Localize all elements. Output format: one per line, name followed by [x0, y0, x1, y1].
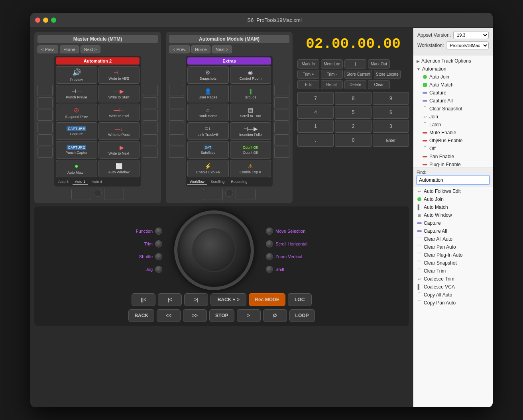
automation-home-btn[interactable]: Home — [191, 45, 210, 53]
auto-encoder-1[interactable] — [225, 189, 233, 197]
master-btn-capture[interactable]: CAPTURE Capture — [56, 122, 97, 140]
auto-side-btn-4[interactable] — [169, 122, 184, 133]
master-tab-auto1[interactable]: Auto 1 — [73, 179, 88, 185]
master-side-rbtn-3[interactable] — [143, 110, 158, 121]
result-clear-snapshot[interactable]: ⌒ Clear Snapshot — [413, 259, 493, 267]
master-bottom-btn-1[interactable] — [71, 189, 91, 200]
workstation-select[interactable]: ProTools18Mac — [446, 41, 489, 49]
master-tab-auto3[interactable]: Auto 3 — [56, 179, 71, 185]
tree-attention-track[interactable]: ▶ Attention Track Options — [413, 57, 493, 65]
back-plus-btn[interactable]: BACK + > — [210, 293, 246, 306]
auto-btn-scroll-trac[interactable]: ▤ Scroll to Trac — [230, 104, 271, 121]
prev-btn[interactable]: |< — [158, 293, 182, 306]
num-8[interactable]: 8 — [335, 92, 371, 105]
master-side-btn-1[interactable] — [37, 85, 53, 96]
rec-mode-btn[interactable]: Rec MODE — [249, 293, 285, 306]
master-side-rbtn-2[interactable] — [143, 97, 158, 108]
result-auto-window[interactable]: ⊞ Auto Window — [413, 211, 493, 219]
master-btn-write-end[interactable]: —⊢ Write to End — [98, 104, 140, 121]
tree-automation-section[interactable]: ▼ Automation — [413, 65, 493, 73]
master-tab-auto4[interactable]: Auto 4 — [89, 179, 104, 185]
zero-btn[interactable]: Ø — [263, 309, 287, 322]
result-copy-all-auto[interactable]: ⌒ Copy All Auto — [413, 291, 493, 299]
edit-btn[interactable]: Edit — [297, 80, 319, 89]
auto-side-rbtn-5[interactable] — [274, 134, 289, 145]
result-capture-all[interactable]: Capture All — [413, 227, 493, 235]
appset-select[interactable]: 19.3 — [453, 31, 489, 39]
auto-side-btn-5[interactable] — [169, 134, 184, 145]
master-side-btn-3[interactable] — [37, 110, 53, 121]
maximize-button[interactable] — [51, 18, 56, 23]
auto-btn-snapshots[interactable]: ⚙ Snapshots — [187, 66, 229, 84]
num-3[interactable]: 3 — [373, 120, 409, 133]
auto-side-btn-1[interactable] — [169, 85, 184, 96]
auto-side-btn-2[interactable] — [169, 97, 184, 108]
ff-btn[interactable]: >> — [183, 309, 207, 322]
auto-side-rbtn-6[interactable] — [274, 147, 289, 158]
master-btn-write-all[interactable]: ⊣— Write to All/S — [98, 66, 140, 84]
mark-in-btn[interactable]: Mark In — [297, 59, 319, 69]
tree-latch[interactable]: ⌒ Latch — [419, 121, 493, 129]
result-copy-pan-auto[interactable]: ⌒ Copy Pan Auto — [413, 299, 493, 307]
master-btn-suspend[interactable]: ⊘ Suspend Prev — [56, 104, 97, 121]
tree-mute-enable[interactable]: Mute Enable — [419, 129, 493, 137]
loop-btn[interactable]: LOOP — [289, 309, 315, 322]
pipe-btn[interactable]: | — [344, 59, 366, 69]
master-btn-preview[interactable]: 🔊 Preview — [56, 66, 97, 84]
master-side-btn-2[interactable] — [37, 97, 53, 108]
trim-plus-btn[interactable]: Trim + — [297, 70, 319, 79]
result-clear-pan-auto[interactable]: ⌒ Clear Pan Auto — [413, 243, 493, 251]
tree-obj-bus-enable[interactable]: Obj/Bus Enable — [419, 137, 493, 145]
close-button[interactable] — [35, 18, 40, 23]
next-btn-transport[interactable]: >| — [184, 293, 208, 306]
master-btn-write-punc[interactable]: —↓ Write to Punc — [98, 122, 140, 140]
master-side-rbtn-5[interactable] — [143, 134, 158, 145]
auto-btn-insertion[interactable]: ⊣—▶ Insertion Follo — [230, 122, 271, 140]
auto-btn-enable-exp-fa[interactable]: ⚡ Enable Exp Fa — [187, 160, 229, 177]
store-current-btn[interactable]: Store Current — [344, 70, 372, 79]
find-input[interactable] — [417, 176, 490, 184]
auto-btn-link-track[interactable]: ≡+ Link Track+E — [187, 122, 229, 140]
tree-off[interactable]: ⌒ Off — [419, 145, 493, 153]
tree-capture[interactable]: Capture — [419, 89, 493, 97]
scroll-h-knob[interactable] — [266, 240, 273, 247]
tree-plugin-enable[interactable]: Plug-In Enable — [419, 161, 493, 167]
tree-join[interactable]: ↩ Join — [419, 113, 493, 121]
rewind-to-start-btn[interactable]: ||< — [132, 293, 155, 306]
minimize-button[interactable] — [43, 18, 48, 23]
num-7[interactable]: 7 — [297, 92, 334, 105]
mem-loc-btn[interactable]: Mem Loc — [321, 59, 343, 69]
trim-minus-btn[interactable]: Trim - — [321, 70, 343, 79]
loc-btn[interactable]: LOC — [288, 293, 312, 306]
master-btn-auto-window[interactable]: ⬜ Auto Window — [98, 160, 140, 177]
master-side-btn-5[interactable] — [37, 134, 53, 145]
mark-out-btn[interactable]: Mark Out — [368, 59, 390, 69]
master-prev-btn[interactable]: < Prev. — [37, 45, 58, 53]
shift-knob[interactable] — [266, 266, 273, 273]
master-side-btn-4[interactable] — [37, 122, 53, 133]
rew-btn[interactable]: << — [157, 309, 181, 322]
result-coalesce-vca[interactable]: ▌ Coalesce VCA — [413, 283, 493, 291]
num-1[interactable]: 1 — [297, 120, 334, 133]
auto-tab-scrolling[interactable]: Scrolling — [208, 179, 227, 185]
num-2[interactable]: 2 — [335, 120, 371, 133]
result-auto-follows-edit[interactable]: ↩ Auto Follows Edit — [413, 187, 493, 195]
delete-btn[interactable]: Delete — [344, 80, 366, 89]
tree-pan-enable[interactable]: Pan Enable — [419, 153, 493, 161]
num-enter[interactable]: Enter — [373, 134, 409, 147]
function-knob[interactable] — [155, 228, 162, 235]
master-btn-punch-cap[interactable]: CAPTURE Punch Captur — [56, 141, 97, 159]
master-encoder-1[interactable] — [94, 189, 102, 197]
tree-capture-all[interactable]: Capture All — [419, 97, 493, 105]
num-4[interactable]: 4 — [297, 106, 334, 119]
tree-auto-join[interactable]: Auto Join — [419, 73, 493, 81]
result-capture[interactable]: Capture — [413, 219, 493, 227]
back-btn[interactable]: BACK — [128, 309, 154, 322]
zoom-v-knob[interactable] — [266, 253, 273, 260]
auto-side-btn-3[interactable] — [169, 110, 184, 121]
master-btn-write-next[interactable]: —▶ Write to Next — [98, 141, 140, 159]
move-sel-knob[interactable] — [266, 228, 273, 235]
auto-btn-groups[interactable]: ||| Groups — [230, 85, 271, 102]
master-home-btn[interactable]: Home — [60, 45, 79, 53]
auto-btn-satellites[interactable]: SAT Satellites — [187, 141, 229, 159]
